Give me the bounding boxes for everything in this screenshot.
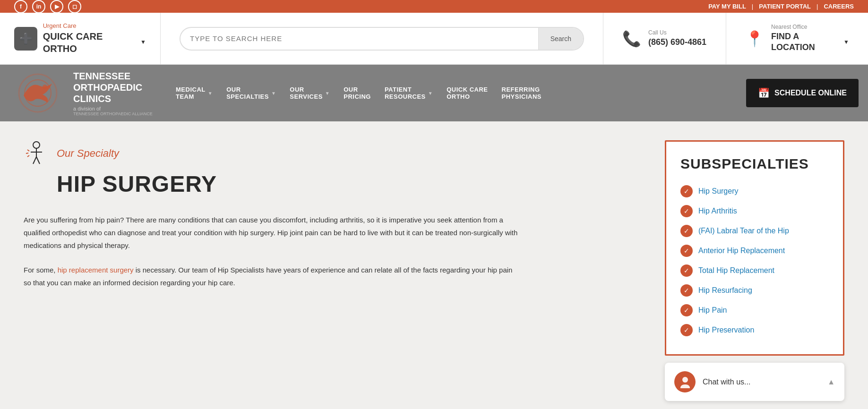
facebook-icon[interactable]: f (14, 0, 27, 13)
check-icon: ✓ (680, 205, 693, 217)
pay-bill-link[interactable]: PAY MY BILL (708, 3, 746, 10)
call-label: Call Us (648, 29, 706, 37)
nav-quick-care[interactable]: QUICK CAREORTHO (441, 82, 493, 104)
paragraph-1: Are you suffering from hip pain? There a… (24, 213, 520, 252)
separator1: | (752, 3, 753, 10)
hip-surgery-icon (24, 140, 50, 166)
search-section: Search (161, 13, 603, 64)
list-item: ✓ Hip Pain (680, 300, 829, 320)
nav-our-pricing[interactable]: OURPRICING (338, 82, 377, 104)
subspecialty-link-preservation[interactable]: Hip Preservation (698, 326, 754, 334)
urgent-title: QUICK CARE ORTHO (43, 30, 137, 55)
chat-widget[interactable]: Chat with us... ▲ (665, 363, 844, 401)
nav-bar: TENNESSEEORTHOPAEDICCLINICS a division o… (0, 65, 868, 121)
list-item: ✓ (FAI) Labral Tear of the Hip (680, 221, 829, 241)
location-dropdown-arrow: ▼ (843, 39, 849, 46)
check-icon: ✓ (680, 324, 693, 336)
check-icon: ✓ (680, 264, 693, 277)
nav-referring[interactable]: REFERRINGPHYSICIANS (496, 82, 547, 104)
our-specialty-label: Our Specialty (57, 147, 119, 160)
chat-avatar (674, 371, 696, 392)
check-icon: ✓ (680, 245, 693, 257)
subspecialty-link-fai[interactable]: (FAI) Labral Tear of the Hip (698, 227, 789, 235)
subspecialty-link-anterior[interactable]: Anterior Hip Replacement (698, 247, 785, 255)
chat-left: Chat with us... (674, 371, 750, 392)
subspecialties-title: SUBSPECIALTIES (680, 156, 829, 172)
subspecialty-link-hip-pain[interactable]: Hip Pain (698, 306, 727, 315)
urgent-dropdown-arrow: ▼ (140, 39, 146, 46)
nav-our-specialties[interactable]: OURSPECIALTIES▼ (221, 82, 282, 104)
calendar-icon: 📅 (758, 87, 770, 99)
logo-sub-text: a division of (73, 106, 153, 111)
list-item: ✓ Anterior Hip Replacement (680, 241, 829, 261)
nav-links: MEDICALTEAM▼ OURSPECIALTIES▼ OURSERVICES… (170, 82, 741, 104)
subspecialty-link-resurfacing[interactable]: Hip Resurfacing (698, 286, 752, 295)
list-item: ✓ Hip Preservation (680, 320, 829, 340)
subspecialties-box: SUBSPECIALTIES ✓ Hip Surgery ✓ Hip Arthr… (665, 140, 844, 356)
logo[interactable]: TENNESSEEORTHOPAEDICCLINICS a division o… (9, 69, 170, 117)
careers-link[interactable]: CAREERS (824, 3, 854, 10)
svg-line-6 (33, 157, 36, 164)
nav-medical-team[interactable]: MEDICALTEAM▼ (170, 82, 218, 104)
logo-icon (9, 69, 66, 117)
svg-point-8 (682, 377, 688, 383)
chat-collapse-arrow[interactable]: ▲ (827, 378, 835, 386)
schedule-online-button[interactable]: 📅 SCHEDULE ONLINE (746, 79, 859, 107)
subspecialty-link-hip-arthritis[interactable]: Hip Arthritis (698, 207, 737, 215)
location-title: FIND A LOCATION (771, 31, 840, 53)
separator2: | (816, 3, 818, 10)
location-icon: 📍 (745, 30, 764, 48)
logo-main-text: TENNESSEEORTHOPAEDICCLINICS (73, 70, 153, 104)
svg-point-2 (43, 85, 47, 89)
check-icon: ✓ (680, 225, 693, 237)
linkedin-icon[interactable]: in (32, 0, 45, 13)
search-box: Search (180, 27, 584, 51)
content-area: Our Specialty HIP SURGERY Are you suffer… (24, 140, 646, 401)
search-button[interactable]: Search (538, 28, 583, 50)
chat-label: Chat with us... (703, 378, 750, 386)
call-section[interactable]: 📞 Call Us (865) 690-4861 (603, 13, 726, 64)
svg-line-7 (36, 157, 40, 164)
check-icon: ✓ (680, 185, 693, 197)
check-icon: ✓ (680, 304, 693, 316)
urgent-care-section[interactable]: ➕ Urgent Care QUICK CARE ORTHO ▼ (0, 13, 161, 64)
urgent-care-icon: ➕ (14, 27, 37, 51)
search-input[interactable] (180, 34, 538, 43)
call-number: (865) 690-4861 (648, 37, 706, 48)
check-icon: ✓ (680, 284, 693, 297)
patient-portal-link[interactable]: PATIENT PORTAL (759, 3, 811, 10)
youtube-icon[interactable]: ▶ (50, 0, 63, 13)
subspecialty-link-total[interactable]: Total Hip Replacement (698, 266, 774, 275)
urgent-label: Urgent Care (43, 22, 146, 30)
list-item: ✓ Total Hip Replacement (680, 261, 829, 281)
nav-our-services[interactable]: OURSERVICES▼ (284, 82, 335, 104)
list-item: ✓ Hip Surgery (680, 181, 829, 201)
location-label: Nearest Office (771, 24, 849, 31)
svg-point-3 (33, 142, 40, 148)
nav-patient-resources[interactable]: PATIENTRESOURCES▼ (379, 82, 438, 104)
instagram-icon[interactable]: ◻ (68, 0, 81, 13)
logo-division-text: TENNESSEE ORTHOPAEDIC ALLIANCE (73, 111, 153, 116)
subspecialty-link-hip-surgery[interactable]: Hip Surgery (698, 187, 738, 196)
location-section[interactable]: 📍 Nearest Office FIND A LOCATION ▼ (726, 13, 868, 64)
hip-replacement-link[interactable]: hip replacement surgery (58, 266, 134, 274)
paragraph-2: For some, hip replacement surgery is nec… (24, 264, 520, 289)
phone-icon: 📞 (622, 30, 641, 48)
list-item: ✓ Hip Arthritis (680, 201, 829, 221)
page-title: HIP SURGERY (57, 171, 646, 197)
sidebar: SUBSPECIALTIES ✓ Hip Surgery ✓ Hip Arthr… (665, 140, 844, 401)
list-item: ✓ Hip Resurfacing (680, 281, 829, 300)
specialty-label-row: Our Specialty (24, 140, 646, 166)
